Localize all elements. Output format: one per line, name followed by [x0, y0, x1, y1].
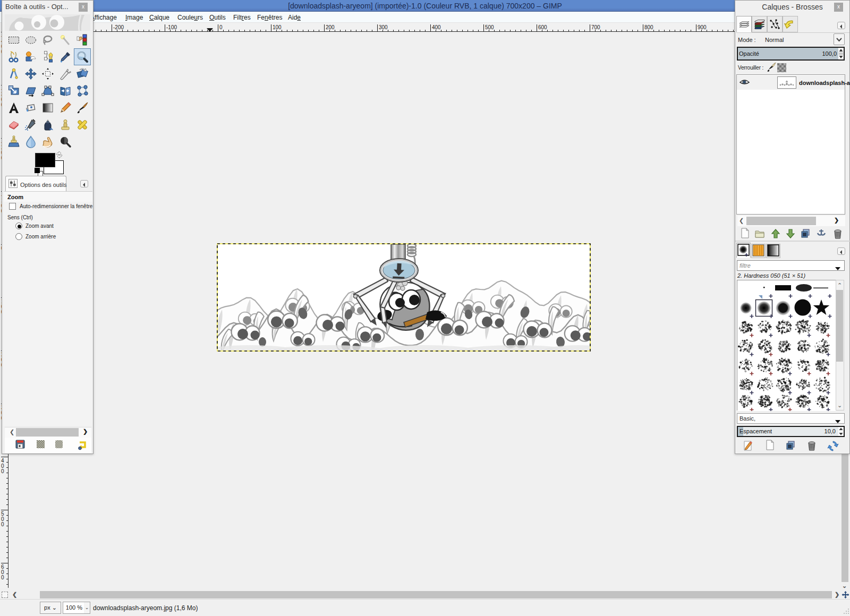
- svg-text:300: 300: [379, 24, 388, 30]
- svg-text:0: 0: [1, 521, 4, 527]
- svg-text:400: 400: [432, 24, 441, 30]
- svg-text:100: 100: [273, 24, 282, 30]
- svg-text:500: 500: [485, 24, 494, 30]
- svg-text:-200: -200: [113, 24, 124, 30]
- svg-text:700: 700: [591, 24, 600, 30]
- svg-text:200: 200: [326, 24, 335, 30]
- svg-text:600: 600: [538, 24, 547, 30]
- svg-text:0: 0: [1, 468, 4, 474]
- svg-text:800: 800: [644, 24, 653, 30]
- svg-text:0: 0: [1, 575, 4, 580]
- svg-text:900: 900: [698, 24, 707, 30]
- svg-text:-100: -100: [166, 24, 177, 30]
- svg-text:0: 0: [219, 24, 223, 30]
